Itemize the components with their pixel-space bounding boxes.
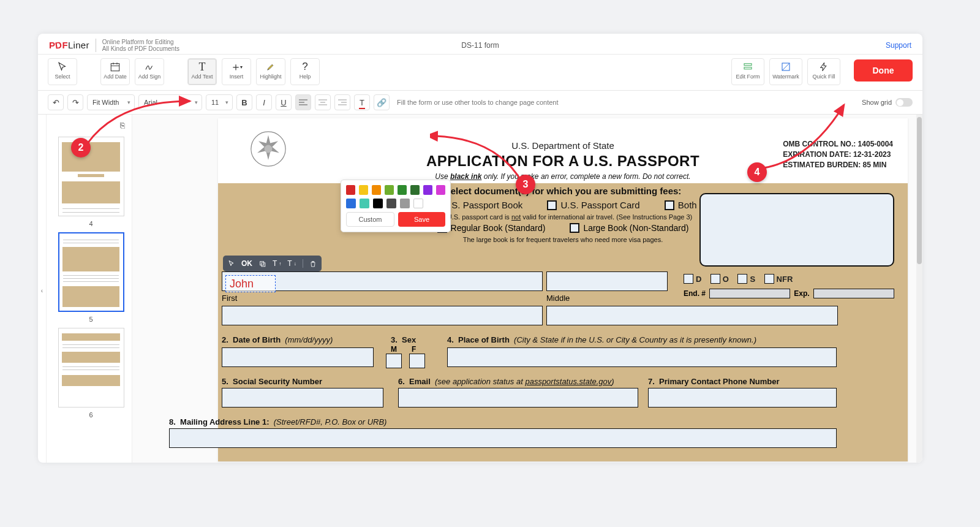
support-link[interactable]: Support <box>886 41 911 50</box>
sex-m-field[interactable] <box>386 354 402 368</box>
undo-button[interactable]: ↶ <box>48 94 64 110</box>
checkbox-large-book[interactable]: Large Book (Non-Standard) <box>570 223 688 233</box>
end-number-field[interactable] <box>709 289 790 298</box>
color-swatch[interactable] <box>398 185 407 195</box>
mailing-label: 8. Mailing Address Line 1: (Street/RFD#,… <box>169 417 386 427</box>
canvas[interactable]: OMB CONTROL NO.: 1405-0004 EXPIRATION DA… <box>132 115 922 463</box>
sex-label: 3. Sex <box>391 335 416 344</box>
font-size-select[interactable]: 11 <box>206 94 233 110</box>
flag-o[interactable]: O <box>710 274 729 284</box>
zoom-select[interactable]: Fit Width <box>87 94 135 110</box>
color-swatch[interactable] <box>373 199 383 208</box>
dob-field[interactable] <box>222 347 374 367</box>
save-color-button[interactable]: Save <box>398 212 445 227</box>
text-color-button[interactable]: T <box>354 94 370 110</box>
photo-slot[interactable] <box>699 193 894 267</box>
collapse-sidebar-button[interactable]: ‹ <box>38 115 47 463</box>
first-name-label: First <box>222 294 237 303</box>
color-swatch[interactable] <box>385 185 394 195</box>
watermark-tool[interactable]: Watermark <box>769 58 802 85</box>
brand: PDFLiner Online Platform for EditingAll … <box>49 39 179 52</box>
thumbnail-page-4[interactable]: 4 <box>58 137 124 227</box>
mini-decrease-font-icon[interactable]: T↓ <box>287 259 296 268</box>
name-row2-right[interactable] <box>546 306 838 325</box>
flag-d[interactable]: D <box>684 274 701 284</box>
flag-nfr[interactable]: NFR <box>764 274 793 284</box>
color-row-1 <box>346 185 445 195</box>
color-swatch[interactable] <box>346 199 356 208</box>
color-swatch[interactable] <box>359 185 368 195</box>
add-date-tool[interactable]: Add Date <box>100 58 130 85</box>
flag-s[interactable]: S <box>737 274 755 284</box>
select-tool[interactable]: Select <box>48 58 77 85</box>
add-text-tool[interactable]: TAdd Text <box>187 58 217 85</box>
middle-name-field[interactable] <box>546 271 668 291</box>
color-swatch[interactable] <box>436 185 445 195</box>
mini-cursor-icon[interactable] <box>228 260 235 267</box>
text-icon: T <box>199 60 206 74</box>
mini-delete-icon[interactable] <box>309 260 317 268</box>
checkbox-both[interactable]: Both <box>665 200 697 210</box>
link-button[interactable]: 🔗 <box>374 94 390 110</box>
highlight-tool[interactable]: Highlight <box>256 58 285 85</box>
text-overlay-john[interactable]: John <box>225 275 276 292</box>
svg-rect-0 <box>111 64 119 71</box>
underline-button[interactable]: U <box>276 94 292 110</box>
toggle-icon <box>895 98 913 107</box>
color-swatch[interactable] <box>400 199 410 208</box>
annotation-badge-2: 2 <box>71 138 91 157</box>
document-title: DS-11 form <box>461 41 499 50</box>
add-sign-tool[interactable]: Add Sign <box>135 58 164 85</box>
annotation-badge-4: 4 <box>747 162 767 182</box>
insert-tool[interactable]: ＋▾Insert <box>222 58 251 85</box>
color-row-2 <box>346 199 445 208</box>
redo-button[interactable]: ↷ <box>67 94 83 110</box>
email-field[interactable] <box>398 388 638 408</box>
help-tool[interactable]: ?Help <box>290 58 320 85</box>
name-row2-left[interactable] <box>222 306 543 325</box>
ssn-field[interactable] <box>222 388 383 408</box>
calendar-icon <box>110 60 121 74</box>
color-picker-popup: Custom Save <box>341 180 451 232</box>
form-icon <box>742 60 753 74</box>
dob-label: 2. Date of Birth (mm/dd/yyyy) <box>222 335 333 344</box>
color-swatch[interactable] <box>372 185 381 195</box>
thumbnail-page-5[interactable]: 5 <box>58 232 124 323</box>
form-body: Select document(s) for which you are sub… <box>218 183 908 461</box>
mailing-field[interactable] <box>169 428 837 448</box>
svg-rect-19 <box>260 261 264 265</box>
show-grid-toggle[interactable]: Show grid <box>862 98 913 107</box>
done-button[interactable]: Done <box>854 59 913 82</box>
checkbox-regular-book[interactable]: Regular Book (Standard) <box>437 223 546 233</box>
color-swatch[interactable] <box>346 185 355 195</box>
mini-ok-button[interactable]: OK <box>241 259 252 268</box>
custom-color-button[interactable]: Custom <box>346 212 394 227</box>
svg-rect-4 <box>744 64 752 66</box>
color-swatch[interactable] <box>423 185 432 195</box>
quick-fill-tool[interactable]: Quick Fill <box>807 58 840 85</box>
italic-button[interactable]: I <box>256 94 272 110</box>
exp-field[interactable] <box>813 289 894 298</box>
mini-increase-font-icon[interactable]: T↑ <box>273 259 281 268</box>
pob-field[interactable] <box>447 347 837 367</box>
svg-rect-20 <box>262 262 265 266</box>
font-select[interactable]: Arial <box>138 94 202 110</box>
thumbnail-page-6[interactable]: 6 <box>58 328 124 419</box>
color-swatch[interactable] <box>360 199 369 208</box>
color-swatch[interactable] <box>413 199 423 208</box>
color-swatch[interactable] <box>410 185 420 195</box>
app-window: PDFLiner Online Platform for EditingAll … <box>38 34 922 463</box>
canvas-scrollbar[interactable] <box>916 115 922 463</box>
align-center-button[interactable] <box>315 94 331 110</box>
mini-copy-icon[interactable] <box>258 260 266 268</box>
align-right-button[interactable] <box>334 94 350 110</box>
checkbox-passport-card[interactable]: U.S. Passport Card <box>547 200 639 210</box>
color-swatch[interactable] <box>386 199 396 208</box>
edit-form-tool[interactable]: Edit Form <box>731 58 764 85</box>
brand-logo: PDFLiner <box>49 40 89 50</box>
align-left-button[interactable] <box>295 94 311 110</box>
panel-settings-icon[interactable]: ⎘ <box>117 119 128 131</box>
bold-button[interactable]: B <box>236 94 252 110</box>
phone-field[interactable] <box>648 388 837 408</box>
sex-f-field[interactable] <box>409 354 425 368</box>
